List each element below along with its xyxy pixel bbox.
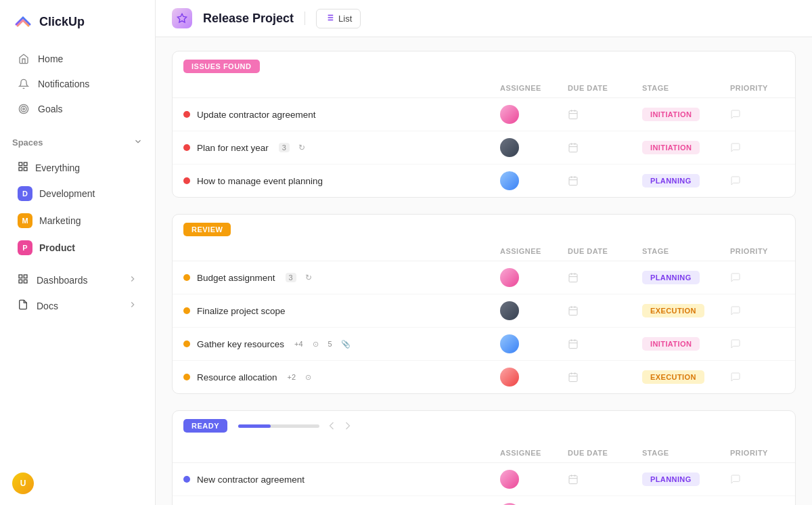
svg-point-1 xyxy=(21,106,26,112)
table-row[interactable]: New contractor agreement PLANNING xyxy=(173,463,795,496)
ready-duedate-col: DUE DATE xyxy=(568,449,642,457)
stage-cell: PLANNING xyxy=(642,174,730,188)
task-status-dot xyxy=(183,374,190,380)
table-row[interactable]: How to manage event planning PLANNING xyxy=(173,164,795,197)
sidebar-user-area: U xyxy=(0,462,155,505)
product-space-dot: P xyxy=(18,240,32,255)
logo-text: ClickUp xyxy=(39,15,85,29)
stage-badge: PLANNING xyxy=(642,473,700,486)
sidebar-item-marketing[interactable]: M Marketing xyxy=(5,208,150,234)
ready-progress-fill xyxy=(238,424,271,428)
table-row[interactable]: Update contractor agreement INITIATION xyxy=(173,98,795,131)
stage-cell: PLANNING xyxy=(642,473,730,486)
docs-icon xyxy=(18,299,28,312)
stage-badge: PLANNING xyxy=(642,271,700,284)
ready-progress-bar xyxy=(238,424,319,428)
task-status-dot xyxy=(183,274,190,281)
review-section: REVIEW ASSIGNEE DUE DATE STAGE PRIORITY … xyxy=(172,214,796,394)
task-name-cell: Gather key resources +4 ⊙ 5 📎 xyxy=(183,339,500,349)
content-area: ISSUES FOUND ASSIGNEE DUE DATE STAGE PRI… xyxy=(156,37,812,505)
svg-rect-10 xyxy=(24,280,27,283)
sidebar-item-goals[interactable]: Goals xyxy=(5,97,150,121)
refresh-icon: ↻ xyxy=(305,273,312,282)
home-icon xyxy=(18,53,30,65)
link-icon: ⊙ xyxy=(313,340,319,349)
stage-badge: INITIATION xyxy=(642,141,700,154)
project-icon xyxy=(172,8,192,28)
spaces-collapse-icon[interactable] xyxy=(133,137,143,148)
task-text: Budget assignment xyxy=(197,273,275,283)
table-row[interactable]: Gather key resources +4 ⊙ 5 📎 INITIATION xyxy=(173,328,795,361)
ready-section-header: READY xyxy=(173,411,795,438)
priority-cell xyxy=(730,305,784,316)
task-name-cell: New contractor agreement xyxy=(183,475,500,485)
issues-duedate-col: DUE DATE xyxy=(568,84,642,92)
refresh-icon: ↻ xyxy=(298,143,305,152)
sidebar-item-notifications[interactable]: Notifications xyxy=(5,72,150,96)
marketing-space-dot: M xyxy=(18,213,32,228)
svg-rect-22 xyxy=(569,144,577,152)
svg-rect-42 xyxy=(569,374,577,382)
assignee-cell xyxy=(500,368,568,387)
sidebar-navigation: Home Notifications Goals xyxy=(0,43,155,125)
due-date-cell xyxy=(568,372,642,382)
task-name-cell: How to manage event planning xyxy=(183,176,500,186)
due-date-cell xyxy=(568,109,642,120)
prev-icon[interactable] xyxy=(325,419,338,433)
task-name-cell: Budget assignment 3 ↻ xyxy=(183,273,500,283)
sidebar-product-label: Product xyxy=(39,242,75,253)
svg-rect-30 xyxy=(569,274,577,282)
stage-cell: INITIATION xyxy=(642,337,730,351)
stage-badge: INITIATION xyxy=(642,337,700,351)
table-row[interactable]: Plan for next year 3 ↻ INITIATION xyxy=(173,131,795,164)
sidebar-docs-label: Docs xyxy=(37,301,58,311)
issues-stage-col: STAGE xyxy=(642,84,730,92)
target-icon xyxy=(18,103,30,115)
svg-rect-9 xyxy=(19,280,22,283)
issues-section: ISSUES FOUND ASSIGNEE DUE DATE STAGE PRI… xyxy=(172,51,796,198)
review-table-header: ASSIGNEE DUE DATE STAGE PRIORITY xyxy=(173,242,795,261)
task-name-cell: Plan for next year 3 ↻ xyxy=(183,143,500,153)
list-icon xyxy=(325,13,334,24)
extra-count: +2 xyxy=(288,373,296,381)
table-row[interactable]: Resource allocation +2 ⊙ EXECUTION xyxy=(173,361,795,393)
due-date-cell xyxy=(568,175,642,186)
assignee-cell xyxy=(500,138,568,157)
sidebar-item-development[interactable]: D Development xyxy=(5,181,150,206)
svg-rect-7 xyxy=(19,275,22,278)
user-avatar: U xyxy=(12,473,34,494)
ready-assignee-col: ASSIGNEE xyxy=(500,449,568,457)
bell-icon xyxy=(18,78,30,90)
svg-rect-26 xyxy=(569,177,577,185)
avatar xyxy=(500,334,519,353)
task-text: Resource allocation xyxy=(197,372,277,382)
priority-cell xyxy=(730,272,784,283)
due-date-cell xyxy=(568,142,642,153)
sidebar-extras: Dashboards Docs xyxy=(0,267,155,319)
svg-point-2 xyxy=(23,108,25,110)
issues-task-col xyxy=(183,84,500,92)
table-row[interactable]: Refresh company website 5 📎 EXECUTION xyxy=(173,496,795,505)
task-text: Plan for next year xyxy=(197,143,269,153)
list-view-button[interactable]: List xyxy=(316,9,361,28)
ready-progress-bar-area xyxy=(238,419,784,433)
sidebar-item-dashboards[interactable]: Dashboards xyxy=(5,267,150,292)
table-row[interactable]: Finalize project scope EXECUTION xyxy=(173,294,795,328)
svg-rect-3 xyxy=(19,162,22,166)
task-status-dot xyxy=(183,144,190,151)
stage-badge: PLANNING xyxy=(642,174,700,188)
next-icon[interactable] xyxy=(341,419,355,433)
spaces-section-header: Spaces xyxy=(0,130,155,155)
avatar xyxy=(500,138,519,157)
sidebar-item-everything[interactable]: Everything xyxy=(5,156,150,179)
sidebar-item-docs[interactable]: Docs xyxy=(5,293,150,318)
extra-count: +4 xyxy=(294,340,303,348)
development-space-dot: D xyxy=(18,186,32,201)
table-row[interactable]: Budget assignment 3 ↻ PLANNING xyxy=(173,261,795,294)
stage-cell: EXECUTION xyxy=(642,304,730,317)
sidebar-item-product[interactable]: P Product xyxy=(5,235,150,261)
priority-cell xyxy=(730,338,784,349)
task-status-dot xyxy=(183,177,190,184)
sidebar-item-home[interactable]: Home xyxy=(5,47,150,71)
priority-cell xyxy=(730,474,784,485)
